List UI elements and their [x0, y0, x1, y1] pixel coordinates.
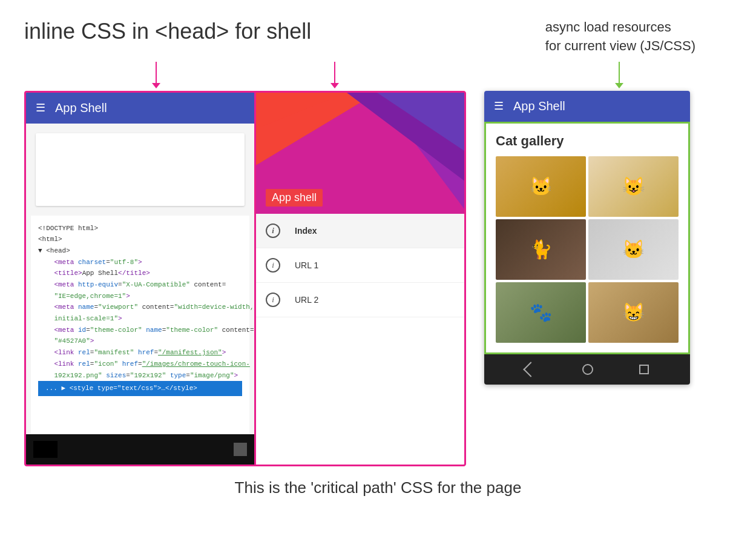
cat-image-2: 😺 — [588, 156, 679, 217]
code-area: <!DOCTYPE html> <html> ▼ <head> <meta ch… — [31, 216, 249, 434]
right-drawer-panel: App shell i Index i URL 1 i URL 2 — [256, 93, 466, 465]
left-app-bar: ☰ App Shell — [26, 93, 254, 124]
arrow-tip-1 — [152, 83, 160, 88]
info-icon-2: i — [266, 258, 280, 273]
drawer-item-index[interactable]: i Index — [256, 214, 466, 248]
bottom-caption: This is the 'critical path' CSS for the … — [24, 478, 732, 497]
card-area — [36, 133, 245, 206]
arrow-line-1 — [156, 62, 157, 83]
code-line-7: "IE=edge,chrome=1"> — [38, 291, 242, 302]
cat-image-6: 😸 — [588, 282, 679, 343]
nav-recent-icon — [639, 365, 649, 374]
left-app-bar-title: App Shell — [55, 101, 107, 115]
cat-image-1: 🐱 — [496, 156, 586, 217]
hamburger-icon: ☰ — [36, 102, 45, 113]
info-icon-3: i — [266, 293, 280, 307]
code-line-9: initial-scale=1"> — [38, 313, 242, 325]
left-phone-mockup: ☰ App Shell <!DOCTYPE html> <html> ▼ <he… — [24, 91, 466, 466]
drawer-item-url1[interactable]: i URL 1 — [256, 248, 466, 283]
right-phone-container: ☰ App Shell Cat gallery 🐱 😺 🐈 🐱 🐾 😸 — [484, 91, 690, 385]
black-sq — [234, 443, 247, 456]
top-annotations: inline CSS in <head> for shell async loa… — [24, 18, 732, 56]
phones-row: ☰ App Shell <!DOCTYPE html> <html> ▼ <he… — [24, 91, 732, 466]
code-line-11: "#4527A0"> — [38, 336, 242, 347]
black-rect — [33, 441, 58, 458]
code-line-1: <!DOCTYPE html> — [38, 223, 242, 234]
code-line-6: <meta http-equiv="X-UA-Compatible" conte… — [38, 279, 242, 291]
drawer-header: App shell — [256, 93, 466, 214]
arrow-col-1 — [152, 62, 160, 88]
cat-content: Cat gallery 🐱 😺 🐈 🐱 🐾 😸 — [486, 124, 688, 352]
arrow-tip-2 — [330, 83, 339, 88]
drawer-items: i Index i URL 1 i URL 2 — [256, 214, 466, 465]
nav-back-icon — [523, 362, 538, 377]
annotation-right: async load resourcesfor current view (JS… — [545, 18, 695, 56]
code-line-5: <title>App Shell</title> — [38, 268, 242, 279]
code-line-14: 192x192.png" sizes="192x192" type="image… — [38, 370, 242, 382]
code-line-2: <html> — [38, 234, 242, 245]
left-panel: ☰ App Shell <!DOCTYPE html> <html> ▼ <he… — [26, 93, 256, 465]
right-phone-inner: Cat gallery 🐱 😺 🐈 🐱 🐾 😸 — [484, 122, 690, 354]
drawer-item-text-1: Index — [295, 226, 317, 236]
code-line-10: <meta id="theme-color" name="theme-color… — [38, 325, 242, 336]
drawer-app-label: App shell — [266, 189, 323, 207]
style-highlight: ... ▶ <style type="text/css">…</style> — [38, 381, 242, 396]
right-bottom-nav — [484, 354, 690, 385]
page-layout: inline CSS in <head> for shell async loa… — [24, 18, 732, 497]
connector-area — [24, 62, 466, 88]
left-bottom-bar — [26, 434, 254, 465]
right-hamburger-icon: ☰ — [494, 101, 504, 111]
code-line-4: <meta charset="utf-8"> — [38, 257, 242, 268]
green-tip — [615, 83, 623, 88]
arrow-col-2 — [330, 62, 339, 88]
code-line-12: <link rel="manifest" href="/manifest.jso… — [38, 347, 242, 359]
cat-image-4: 🐱 — [588, 219, 679, 280]
info-icon-1: i — [266, 223, 280, 238]
drawer-item-url2[interactable]: i URL 2 — [256, 283, 466, 317]
cat-image-3: 🐈 — [496, 219, 586, 280]
right-app-bar-title: App Shell — [513, 99, 565, 113]
cat-gallery-title: Cat gallery — [496, 133, 679, 149]
drawer-item-text-3: URL 2 — [295, 295, 318, 305]
green-arrow — [615, 62, 623, 88]
annotation-left: inline CSS in <head> for shell — [24, 18, 311, 44]
nav-home-icon — [582, 364, 593, 375]
right-phone-mockup: ☰ App Shell Cat gallery 🐱 😺 🐈 🐱 🐾 😸 — [484, 91, 690, 385]
code-line-3: ▼ <head> — [38, 245, 242, 257]
right-app-bar: ☰ App Shell — [484, 91, 690, 122]
cat-grid: 🐱 😺 🐈 🐱 🐾 😸 — [496, 156, 679, 343]
drawer-item-text-2: URL 1 — [295, 260, 318, 270]
cat-image-5: 🐾 — [496, 282, 586, 343]
code-line-8: <meta name="viewport" content="width=dev… — [38, 302, 242, 313]
arrow-line-2 — [334, 62, 335, 83]
green-line — [619, 62, 620, 83]
code-line-13: <link rel="icon" href="/images/chrome-to… — [38, 359, 242, 370]
